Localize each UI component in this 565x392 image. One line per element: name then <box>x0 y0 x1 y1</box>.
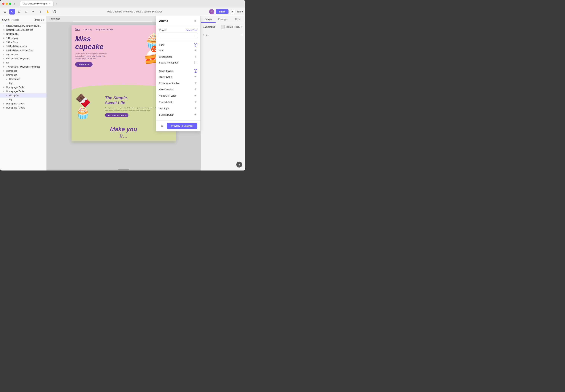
prototype-tab[interactable]: Prototype <box>216 16 231 23</box>
zoom-control[interactable]: 46% ▾ <box>237 10 243 13</box>
export-add-button[interactable]: + <box>241 33 243 37</box>
smart-layers-info-icon[interactable]: i <box>194 69 197 73</box>
layer-item[interactable]: # Homepage- Tablet <box>0 85 46 89</box>
layer-item[interactable]: # Homepage <box>0 69 46 73</box>
entrance-animation-add-button[interactable]: + <box>193 81 197 85</box>
layers-tab[interactable]: Layers <box>2 17 10 22</box>
layer-icon-frame: □ <box>5 82 8 84</box>
layer-item[interactable]: # Homepage- Tablet <box>0 89 46 93</box>
active-tab[interactable]: Miss Cupcake Prototype × <box>20 1 54 6</box>
layer-label: Homepage- Tablet <box>6 86 25 89</box>
layer-item[interactable]: □ Desktop title <box>0 32 46 36</box>
submit-button-add-button[interactable]: + <box>193 112 197 117</box>
layer-label: Homepage <box>6 74 17 76</box>
assets-tab[interactable]: Assets <box>12 18 19 22</box>
layer-item[interactable]: # 4.Why Miss cupcake - Cart <box>0 48 46 53</box>
design-tab[interactable]: Design <box>201 16 216 23</box>
layer-item[interactable]: T https://media.giphy.com/media/iq... <box>0 24 46 28</box>
project-label-row: Project Create New <box>159 29 197 31</box>
page-name[interactable]: Miss Cupcake Prototype <box>136 10 163 13</box>
breadcrumb-separator: / <box>134 10 135 13</box>
pen-tool[interactable]: ✒ <box>30 9 36 14</box>
anima-close-button[interactable]: × <box>193 19 197 23</box>
set-homepage-checkbox[interactable] <box>194 61 197 64</box>
project-dropdown[interactable] <box>159 33 197 38</box>
layer-label: gif <box>6 61 9 64</box>
submit-button-item: Submit Button + <box>159 112 197 118</box>
toolbar-separator <box>59 10 60 14</box>
breadcrumb: Miss Cupcake Prototype / Miss Cupcake Pr… <box>62 10 208 13</box>
layer-label: 2.Our Story <box>6 41 18 43</box>
layer-item[interactable]: # gif <box>0 61 46 65</box>
minimize-button[interactable] <box>6 3 8 5</box>
layer-item[interactable]: # Homepage- Mobile <box>0 102 46 106</box>
text-tool[interactable]: T <box>38 9 43 14</box>
layer-item[interactable]: # 1.Homepage <box>0 36 46 40</box>
layer-label: 3.Why Miss cupcake <box>6 45 27 48</box>
fixed-position-add-button[interactable]: + <box>193 87 197 91</box>
video-gif-add-button[interactable]: + <box>193 94 197 98</box>
embed-code-add-button[interactable]: + <box>193 100 197 104</box>
tab-area: Miss Cupcake Prototype × + <box>20 1 58 6</box>
right-panel-tabs: Design Prototype Code <box>201 16 245 23</box>
layer-item[interactable]: # Homepage <box>0 73 46 77</box>
project-selected-value <box>161 34 162 37</box>
nav-shop[interactable]: Shop <box>75 28 80 30</box>
text-input-add-button[interactable]: + <box>193 106 197 110</box>
layer-item[interactable]: # 5.Check out <box>0 53 46 56</box>
hand-tool[interactable]: ✋ <box>45 9 50 14</box>
flow-info-icon[interactable]: i <box>194 43 197 46</box>
layer-item[interactable]: □ bg 1 <box>0 81 46 85</box>
layer-item[interactable]: # 3.Why Miss cupcake <box>0 44 46 48</box>
page-label: Page 1 <box>35 19 42 21</box>
layer-item[interactable]: # 6.Check out - Payment <box>0 56 46 61</box>
code-tab[interactable]: Code <box>230 16 245 23</box>
layer-item[interactable]: ≡ Homepage <box>0 77 46 81</box>
select-tool[interactable]: ↖ <box>9 9 15 14</box>
hero-description: We are proud to offer cupcakes and cakes… <box>75 53 109 60</box>
share-button[interactable]: Share <box>216 9 229 14</box>
link-add-button[interactable]: + <box>193 48 197 53</box>
hero-title-line1: Miss <box>75 35 135 43</box>
background-row: Background E5E5E5 100% 👁 <box>203 25 243 29</box>
toolbar: ☰ ↖ ⊞ □ ✒ T ✋ 💬 Miss Cupcake Prototype /… <box>0 7 245 16</box>
layer-label: Homepage- Mobile <box>6 102 25 105</box>
layer-label: 5.Check out <box>6 53 18 56</box>
project-select-wrapper <box>159 33 197 38</box>
preview-in-browser-button[interactable]: Preview In Browser <box>167 123 197 129</box>
nav-our-story[interactable]: Our story <box>84 28 92 30</box>
close-button[interactable] <box>2 3 4 5</box>
user-avatar[interactable]: P <box>209 9 214 14</box>
layer-item[interactable]: # Homepage- Mobile <box>0 106 46 110</box>
create-new-button[interactable]: Create New <box>186 29 197 31</box>
layer-item[interactable]: □ bg <box>0 98 46 102</box>
new-tab-button[interactable]: + <box>55 2 58 6</box>
layer-icon-group: # <box>2 86 5 88</box>
comment-tool[interactable]: 💬 <box>52 9 57 14</box>
nav-why-miss-cupcake[interactable]: Why Miss cupcake <box>96 28 113 30</box>
why-miss-cupcake-button[interactable]: WHY MISS CUPCAKE <box>105 113 129 117</box>
canvas-scroll[interactable] <box>46 169 201 170</box>
flow-homepage-item: Set As Homepage <box>159 60 197 65</box>
right-panel-content: Background E5E5E5 100% 👁 Export + <box>201 23 245 170</box>
tab-close-button[interactable]: × <box>48 2 51 5</box>
eye-icon[interactable]: 👁 <box>241 26 243 28</box>
layer-item-group76[interactable]: ≡ Group 76 <box>0 93 46 98</box>
help-button[interactable]: ? <box>236 162 242 168</box>
shop-now-button[interactable]: SHOP NOW <box>75 62 93 67</box>
fullscreen-button[interactable] <box>9 3 11 5</box>
settings-button[interactable]: ⚙ <box>159 123 165 129</box>
layer-item[interactable]: □ Desktop, tablet, mobile title <box>0 28 46 32</box>
page-selector[interactable]: Page 1 ▾ <box>35 19 44 21</box>
breakpoints-add-button[interactable]: + <box>193 55 197 59</box>
play-button[interactable]: ▶ <box>230 9 235 14</box>
toolbar-right: P Share ▶ 46% ▾ <box>209 9 243 14</box>
menu-button[interactable]: ☰ <box>2 9 8 14</box>
layer-item[interactable]: # 2.Our Story <box>0 40 46 44</box>
shape-tool[interactable]: □ <box>23 9 29 14</box>
bg-color-swatch[interactable] <box>221 25 225 29</box>
layer-item[interactable]: # 7.Check out - Payment- confirmed <box>0 65 46 69</box>
layer-icon-group: # <box>2 41 5 43</box>
hover-effect-add-button[interactable]: + <box>193 75 197 79</box>
frame-tool[interactable]: ⊞ <box>16 9 22 14</box>
